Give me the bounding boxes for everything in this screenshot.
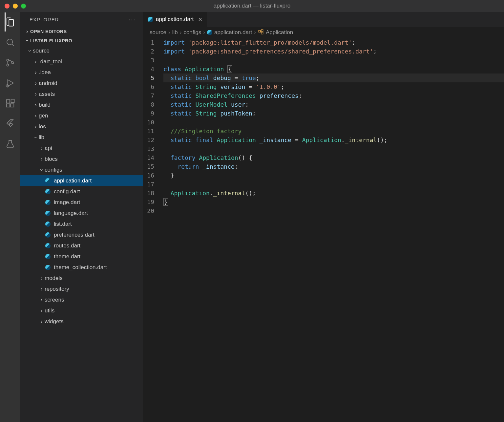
folder-item[interactable]: ›build	[20, 99, 143, 110]
code-content[interactable]: import 'package:listar_flutter_pro/model…	[163, 38, 504, 422]
breadcrumb-segment[interactable]: configs	[183, 29, 201, 36]
code-line[interactable]	[163, 206, 504, 215]
chevron-right-icon: ›	[39, 145, 45, 151]
code-line[interactable]: static String pushToken;	[163, 109, 504, 118]
more-icon[interactable]: ···	[128, 16, 136, 23]
dart-file-icon	[45, 188, 51, 195]
folder-item[interactable]: ›configs	[20, 164, 143, 175]
dart-file-icon	[207, 30, 212, 35]
svg-rect-7	[7, 100, 10, 103]
source-control-icon[interactable]	[5, 57, 16, 68]
flutter-icon[interactable]	[5, 118, 16, 129]
file-item[interactable]: config.dart	[20, 186, 143, 197]
svg-point-2	[7, 59, 9, 61]
file-item[interactable]: list.dart	[20, 219, 143, 229]
open-editors-section[interactable]: › OPEN EDITORS	[20, 27, 143, 36]
code-line[interactable]: static final Application _instance = App…	[163, 136, 504, 144]
file-item[interactable]: language.dart	[20, 208, 143, 219]
close-icon[interactable]: ×	[198, 16, 202, 23]
project-label: LISTAR-FLUXPRO	[30, 38, 72, 43]
code-line[interactable]: static String version = '1.0.0';	[163, 82, 504, 91]
code-line[interactable]: static UserModel user;	[163, 100, 504, 109]
tree-item-label: config.dart	[54, 188, 80, 195]
folder-item[interactable]: ›android	[20, 78, 143, 89]
folder-item[interactable]: ›assets	[20, 89, 143, 99]
breadcrumb-segment[interactable]: lib	[172, 29, 178, 36]
tree-item-label: lib	[39, 134, 44, 141]
folder-item[interactable]: ›lib	[20, 132, 143, 143]
tree-item-label: models	[45, 275, 63, 282]
tree-item-label: screens	[45, 297, 64, 303]
close-window-button[interactable]	[5, 4, 10, 9]
code-line[interactable]: Application._internal();	[163, 189, 504, 198]
tab-application-dart[interactable]: application.dart ×	[143, 12, 207, 27]
extensions-icon[interactable]	[5, 98, 16, 109]
folder-item[interactable]: ›source	[20, 45, 143, 56]
explorer-icon[interactable]	[5, 16, 16, 28]
code-line[interactable]: return _instance;	[163, 162, 504, 171]
tree-item-label: configs	[45, 167, 62, 173]
titlebar: application.dart — listar-fluxpro	[0, 0, 504, 12]
dart-file-icon	[45, 264, 51, 271]
breadcrumb-segment[interactable]: application.dart	[214, 29, 252, 36]
minimize-window-button[interactable]	[13, 4, 18, 9]
project-section[interactable]: › LISTAR-FLUXPRO	[20, 36, 143, 45]
testing-icon[interactable]	[5, 138, 16, 150]
tree-item-label: build	[39, 102, 51, 108]
chevron-right-icon: ›	[180, 29, 182, 36]
code-line[interactable]: static SharedPreferences preferences;	[163, 91, 504, 100]
file-item[interactable]: theme.dart	[20, 251, 143, 262]
line-number: 3	[143, 56, 154, 65]
folder-item[interactable]: ›api	[20, 143, 143, 154]
folder-item[interactable]: ›screens	[20, 294, 143, 305]
chevron-right-icon: ›	[203, 29, 205, 36]
folder-item[interactable]: ›.idea	[20, 67, 143, 78]
folder-item[interactable]: ›.dart_tool	[20, 56, 143, 67]
folder-item[interactable]: ›blocs	[20, 154, 143, 164]
code-line[interactable]	[163, 56, 504, 65]
code-line[interactable]: }	[163, 198, 504, 206]
code-line[interactable]	[163, 180, 504, 189]
file-item[interactable]: image.dart	[20, 197, 143, 208]
line-number: 16	[143, 171, 154, 180]
breadcrumb-segment[interactable]: source	[150, 29, 166, 36]
code-editor[interactable]: 1234567891011121314151617181920 import '…	[143, 38, 504, 422]
line-gutter: 1234567891011121314151617181920	[143, 38, 163, 422]
code-line[interactable]: factory Application() {	[163, 153, 504, 162]
code-line[interactable]: }	[163, 171, 504, 180]
folder-item[interactable]: ›gen	[20, 110, 143, 121]
chevron-right-icon: ›	[33, 59, 39, 65]
breadcrumb[interactable]: source›lib›configs›application.dart›Appl…	[143, 27, 504, 38]
line-number: 7	[143, 91, 154, 100]
file-item[interactable]: preferences.dart	[20, 229, 143, 240]
code-line[interactable]: ///Singleton factory	[163, 127, 504, 136]
explorer-sidebar: EXPLORER ··· › OPEN EDITORS › LISTAR-FLU…	[20, 12, 143, 422]
code-line[interactable]: import 'package:shared_preferences/share…	[163, 47, 504, 56]
code-line[interactable]: static bool debug = true;	[163, 74, 504, 82]
line-number: 1	[143, 38, 154, 47]
tree-item-label: list.dart	[54, 221, 72, 227]
code-line[interactable]: class Application {	[163, 65, 504, 74]
search-icon[interactable]	[5, 37, 16, 48]
line-number: 14	[143, 153, 154, 162]
folder-item[interactable]: ›models	[20, 273, 143, 284]
dart-file-icon	[148, 17, 153, 22]
folder-item[interactable]: ›utils	[20, 305, 143, 316]
run-debug-icon[interactable]	[5, 77, 16, 89]
folder-item[interactable]: ›repository	[20, 284, 143, 294]
breadcrumb-segment[interactable]: Application	[266, 29, 293, 36]
chevron-right-icon: ›	[33, 91, 39, 97]
folder-item[interactable]: ›widgets	[20, 316, 143, 327]
folder-item[interactable]: ›ios	[20, 121, 143, 132]
maximize-window-button[interactable]	[21, 4, 26, 9]
code-line[interactable]	[163, 144, 504, 153]
chevron-right-icon: ›	[33, 70, 39, 75]
code-line[interactable]: import 'package:listar_flutter_pro/model…	[163, 38, 504, 47]
tab-label: application.dart	[156, 16, 194, 23]
file-item[interactable]: application.dart	[20, 175, 143, 186]
dart-file-icon	[45, 243, 51, 249]
tree-item-label: assets	[39, 91, 55, 97]
file-item[interactable]: theme_collection.dart	[20, 262, 143, 273]
code-line[interactable]	[163, 118, 504, 127]
file-item[interactable]: routes.dart	[20, 240, 143, 251]
